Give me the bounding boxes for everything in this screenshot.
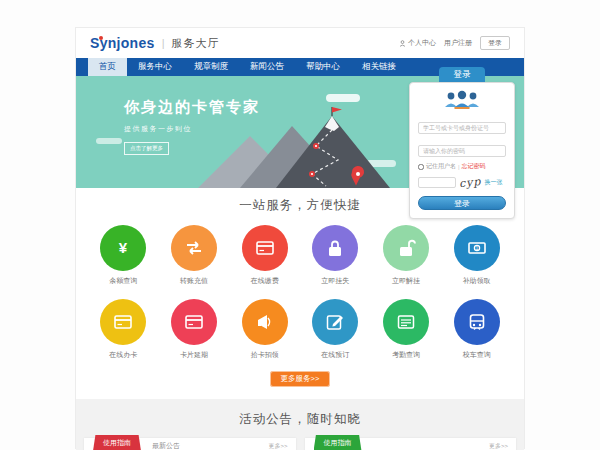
megaphone-icon <box>255 312 275 332</box>
login-card: 记住用户名 | 忘记密码 cyp 换一张 登录 <box>409 82 515 219</box>
header: Synjones | 服务大厅 个人中心 用户注册 登录 <box>76 28 524 58</box>
site-title: 服务大厅 <box>172 36 220 51</box>
banknote-icon: 1 <box>467 238 487 258</box>
remember-label: 记住用户名 <box>426 162 456 171</box>
more-link-right[interactable]: 更多>> <box>489 442 508 450</box>
captcha-refresh-link[interactable]: 换一张 <box>484 178 502 187</box>
register-link[interactable]: 用户注册 <box>444 38 472 48</box>
nav-item-5[interactable]: 相关链接 <box>351 58 407 76</box>
service-label: 余额查询 <box>88 276 159 286</box>
service-label: 在线缴费 <box>229 276 300 286</box>
login-submit-button[interactable]: 登录 <box>418 196 506 210</box>
yen-icon: ¥ <box>113 238 133 258</box>
logo[interactable]: Synjones <box>90 35 155 51</box>
service-label: 立即解挂 <box>371 276 442 286</box>
service-label: 在线办卡 <box>88 350 159 360</box>
logo-red-dot <box>99 36 103 40</box>
edit-icon <box>325 312 345 332</box>
hero-title: 你身边的卡管专家 <box>124 98 260 117</box>
lock-icon <box>325 238 345 258</box>
service-label: 拾卡招领 <box>229 350 300 360</box>
attendance-icon-circle[interactable] <box>383 299 429 345</box>
service-item-5[interactable]: 1补助领取 <box>441 225 512 286</box>
login-header-button[interactable]: 登录 <box>480 36 510 50</box>
remember-checkbox[interactable] <box>418 164 424 170</box>
service-label: 卡片延期 <box>159 350 230 360</box>
transfer-icon-circle[interactable] <box>171 225 217 271</box>
services-grid: ¥余额查询转账充值在线缴费立即挂失立即解挂1补助领取在线办卡卡片延期拾卡招领在线… <box>88 225 512 360</box>
announcements-section: 活动公告，随时知晓 使用指南 最新公告 更多>> 使用指南 更多>> <box>76 399 524 450</box>
service-label: 立即挂失 <box>300 276 371 286</box>
service-item-9[interactable]: 在线预订 <box>300 299 371 360</box>
person-icon <box>399 40 406 47</box>
svg-text:1: 1 <box>475 245 478 251</box>
captcha-input[interactable] <box>418 177 456 188</box>
announcement-panel-left: 使用指南 最新公告 更多>> <box>84 438 296 450</box>
yen-icon-circle[interactable]: ¥ <box>100 225 146 271</box>
megaphone-icon-circle[interactable] <box>242 299 288 345</box>
svg-text:¥: ¥ <box>119 239 128 256</box>
nav-item-3[interactable]: 新闻公告 <box>239 58 295 76</box>
unlock-icon <box>396 238 416 258</box>
password-input[interactable] <box>418 145 506 157</box>
hero-cta-button[interactable]: 点击了解更多 <box>124 142 169 155</box>
captcha-row: cyp 换一张 <box>418 176 506 189</box>
card-icon-circle[interactable] <box>100 299 146 345</box>
card-icon-circle[interactable] <box>171 299 217 345</box>
service-item-0[interactable]: ¥余额查询 <box>88 225 159 286</box>
lock-icon-circle[interactable] <box>312 225 358 271</box>
service-item-1[interactable]: 转账充值 <box>159 225 230 286</box>
remember-separator: | <box>458 164 460 170</box>
hero-subtitle: 提供服务一步到位 <box>124 124 260 134</box>
unlock-icon-circle[interactable] <box>383 225 429 271</box>
login-panel: 登录 记住用户名 | 忘记密码 cyp 换一张 登录 <box>409 67 515 219</box>
user-center-link[interactable]: 个人中心 <box>399 38 436 48</box>
nav-item-4[interactable]: 帮助中心 <box>295 58 351 76</box>
page-container: Synjones | 服务大厅 个人中心 用户注册 登录 首页服务中心规章制度新… <box>75 27 525 449</box>
hero-text: 你身边的卡管专家 提供服务一步到位 点击了解更多 <box>124 98 260 155</box>
username-input[interactable] <box>418 122 506 134</box>
nav-item-1[interactable]: 服务中心 <box>127 58 183 76</box>
service-item-7[interactable]: 卡片延期 <box>159 299 230 360</box>
service-item-4[interactable]: 立即解挂 <box>371 225 442 286</box>
nav-item-2[interactable]: 规章制度 <box>183 58 239 76</box>
service-item-2[interactable]: 在线缴费 <box>229 225 300 286</box>
logo-divider: | <box>162 37 165 49</box>
tab-usage-guide-right[interactable]: 使用指南 <box>314 435 362 450</box>
cloud-shape <box>96 138 122 144</box>
service-item-8[interactable]: 拾卡招领 <box>229 299 300 360</box>
tab-latest-announcements[interactable]: 最新公告 <box>152 441 180 450</box>
bus-icon-circle[interactable] <box>454 299 500 345</box>
announcements-title: 活动公告，随时知晓 <box>76 411 524 428</box>
header-links: 个人中心 用户注册 登录 <box>399 36 510 50</box>
card-icon <box>255 238 275 258</box>
banknote-icon-circle[interactable]: 1 <box>454 225 500 271</box>
remember-row: 记住用户名 | 忘记密码 <box>418 162 506 171</box>
service-label: 考勤查询 <box>371 350 442 360</box>
edit-icon-circle[interactable] <box>312 299 358 345</box>
card-icon <box>184 312 204 332</box>
attendance-icon <box>396 312 416 332</box>
announcement-panels: 使用指南 最新公告 更多>> 使用指南 更多>> <box>84 438 516 450</box>
service-item-3[interactable]: 立即挂失 <box>300 225 371 286</box>
announcement-panel-right: 使用指南 更多>> <box>305 438 517 450</box>
card-icon <box>113 312 133 332</box>
service-label: 校车查询 <box>441 350 512 360</box>
service-item-11[interactable]: 校车查询 <box>441 299 512 360</box>
logo-area: Synjones | 服务大厅 <box>90 35 220 51</box>
service-item-10[interactable]: 考勤查询 <box>371 299 442 360</box>
service-label: 补助领取 <box>441 276 512 286</box>
more-link-left[interactable]: 更多>> <box>268 442 287 450</box>
service-label: 在线预订 <box>300 350 371 360</box>
tab-usage-guide-left[interactable]: 使用指南 <box>93 435 141 450</box>
cloud-shape <box>326 94 360 102</box>
users-icon <box>441 89 483 111</box>
more-services-button[interactable]: 更多服务>> <box>270 371 331 387</box>
card-icon-circle[interactable] <box>242 225 288 271</box>
service-item-6[interactable]: 在线办卡 <box>88 299 159 360</box>
transfer-icon <box>184 238 204 258</box>
login-tab[interactable]: 登录 <box>439 67 485 82</box>
forgot-password-link[interactable]: 忘记密码 <box>462 162 486 171</box>
nav-item-0[interactable]: 首页 <box>88 58 127 76</box>
captcha-image[interactable]: cyp <box>458 175 482 190</box>
